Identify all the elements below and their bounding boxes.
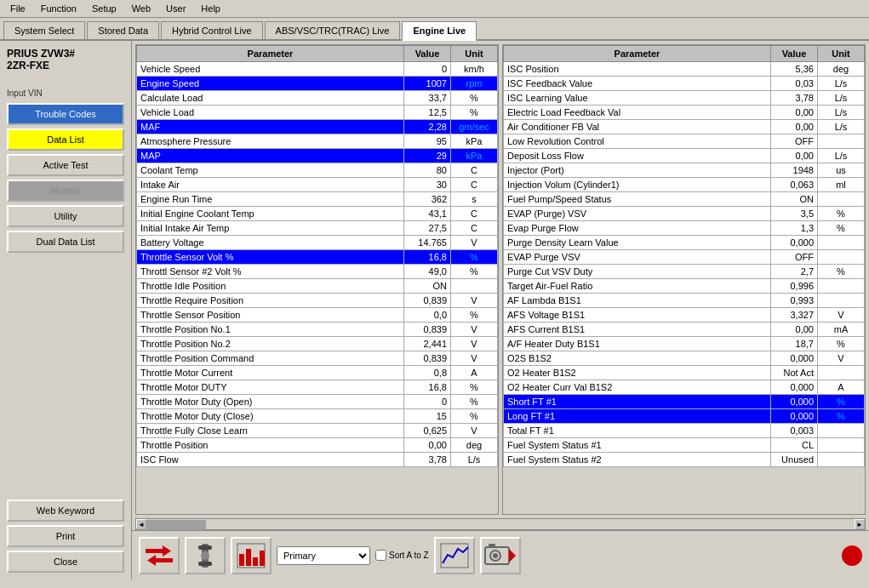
cell-value: 29 (404, 149, 451, 163)
tab-engine-live[interactable]: Engine Live (402, 21, 477, 41)
table-row: Fuel System Status #2 (504, 453, 771, 467)
toolbar-btn-3[interactable] (231, 537, 272, 574)
cell-unit: % (818, 221, 865, 236)
close-button[interactable]: Close (7, 551, 124, 573)
dual-data-list-button[interactable]: Dual Data List (7, 231, 124, 253)
tab-bar: System Select Stored Data Hybrid Control… (0, 18, 869, 41)
tab-system-select[interactable]: System Select (3, 21, 85, 39)
cell-value: 3,5 (771, 207, 818, 221)
toolbar-btn-4[interactable] (434, 537, 475, 574)
cell-value: 0 (404, 62, 451, 77)
monitor-button[interactable]: Monitor (7, 180, 124, 202)
table-row: O2S B1S2 (504, 351, 771, 366)
horizontal-scrollbar[interactable]: ◄ ► (135, 518, 866, 530)
cell-value: 0,993 (771, 294, 818, 308)
toolbar-btn-2[interactable] (185, 537, 226, 574)
cell-unit (818, 438, 865, 453)
cell-unit: C (451, 163, 498, 178)
cell-value: 0,839 (404, 351, 451, 366)
content-area: Parameter Value Unit Vehicle Speed0km/hE… (132, 41, 869, 579)
sort-checkbox[interactable] (375, 550, 386, 561)
table-row: Engine Run Time (137, 192, 404, 207)
table-row: MAF (137, 120, 404, 134)
menu-bar: File Function Setup Web User Help (0, 0, 869, 18)
cell-value: 0,063 (771, 178, 818, 192)
table-row: Battery Voltage (137, 236, 404, 250)
scroll-left-btn[interactable]: ◄ (136, 519, 146, 529)
cell-unit: % (818, 337, 865, 351)
cell-unit: km/h (451, 62, 498, 77)
tab-hybrid-control-live[interactable]: Hybrid Control Live (161, 21, 263, 39)
table-row: Electric Load Feedback Val (504, 106, 771, 120)
svg-rect-2 (156, 558, 173, 562)
cell-unit: V (451, 424, 498, 438)
cell-value: 49,0 (404, 265, 451, 279)
cell-value: 3,78 (404, 453, 451, 467)
cell-value: 3,327 (771, 308, 818, 323)
cell-unit: % (818, 207, 865, 221)
cell-unit: V (818, 351, 865, 366)
svg-rect-18 (489, 544, 495, 547)
cell-value: 0,00 (404, 438, 451, 453)
toolbar-btn-1[interactable] (139, 537, 180, 574)
table-row: Target Air-Fuel Ratio (504, 279, 771, 294)
table-row: Throttle Motor Duty (Open) (137, 395, 404, 409)
tab-stored-data[interactable]: Stored Data (87, 21, 159, 39)
menu-web[interactable]: Web (125, 2, 157, 15)
trouble-codes-button[interactable]: Trouble Codes (7, 103, 124, 125)
right-table: Parameter Value Unit ISC Position5,36deg… (503, 45, 865, 467)
right-table-container[interactable]: Parameter Value Unit ISC Position5,36deg… (502, 44, 866, 515)
cell-value: CL (771, 438, 818, 453)
line-graph-icon (439, 542, 470, 569)
cell-value: 0,8 (404, 366, 451, 380)
cell-value: 0,00 (771, 120, 818, 134)
scroll-right-btn[interactable]: ► (855, 519, 865, 529)
right-col-value: Value (771, 46, 818, 62)
cell-unit (818, 424, 865, 438)
cell-unit: deg (451, 438, 498, 453)
toolbar-btn-5[interactable] (480, 537, 521, 574)
svg-rect-6 (198, 562, 212, 566)
cell-unit: % (451, 91, 498, 106)
svg-rect-12 (260, 551, 265, 566)
cell-unit: A (818, 380, 865, 395)
primary-select[interactable]: Primary (277, 546, 370, 565)
cell-value: 0,03 (771, 77, 818, 91)
cell-value: 1948 (771, 163, 818, 178)
active-test-button[interactable]: Active Test (7, 154, 124, 176)
status-indicator (842, 545, 862, 566)
cell-unit: % (451, 409, 498, 424)
menu-file[interactable]: File (3, 2, 32, 15)
cell-value: 0,00 (771, 323, 818, 337)
table-row: Throttle Motor DUTY (137, 380, 404, 395)
print-button[interactable]: Print (7, 525, 124, 547)
utility-button[interactable]: Utility (7, 205, 124, 227)
menu-help[interactable]: Help (194, 2, 227, 15)
table-row: Low Revolution Control (504, 134, 771, 149)
data-list-button[interactable]: Data List (7, 128, 124, 151)
table-row: Throttle Position Command (137, 351, 404, 366)
cell-value: ON (404, 279, 451, 294)
cell-value: 3,78 (771, 91, 818, 106)
menu-setup[interactable]: Setup (85, 2, 123, 15)
cell-unit: L/s (818, 91, 865, 106)
cell-value: 362 (404, 192, 451, 207)
sort-label: Sort A to Z (389, 551, 429, 560)
cell-value: 0,003 (771, 424, 818, 438)
table-row: O2 Heater B1S2 (504, 366, 771, 380)
table-row: Throttle Sensor Volt % (137, 250, 404, 265)
cell-value: 0,000 (771, 351, 818, 366)
web-keyword-button[interactable]: Web Keyword (7, 500, 124, 522)
cell-unit: V (451, 236, 498, 250)
left-table-container[interactable]: Parameter Value Unit Vehicle Speed0km/hE… (135, 44, 499, 515)
car-title: PRIUS ZVW3# 2ZR-FXE (7, 48, 124, 71)
cell-unit (818, 236, 865, 250)
menu-user[interactable]: User (159, 2, 192, 15)
cell-unit (818, 366, 865, 380)
cell-unit: A (451, 366, 498, 380)
scroll-thumb[interactable] (138, 520, 206, 530)
menu-function[interactable]: Function (34, 2, 83, 15)
arrows-icon (144, 542, 174, 569)
tab-abs-vsc-trc[interactable]: ABS/VSC/TRC(TRAC) Live (265, 21, 401, 39)
cell-value: 16,8 (404, 250, 451, 265)
